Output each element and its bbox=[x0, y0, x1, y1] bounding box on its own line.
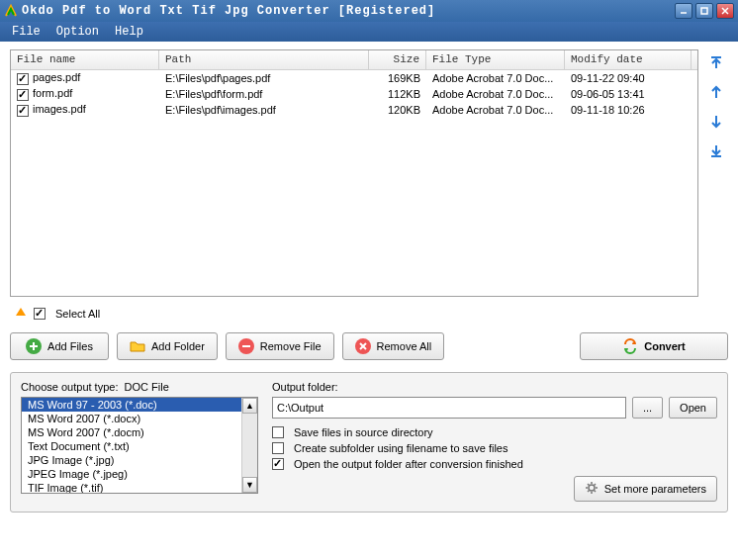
row-checkbox[interactable] bbox=[17, 105, 29, 117]
row-size: 112KB bbox=[369, 88, 426, 100]
select-all-checkbox[interactable] bbox=[34, 308, 46, 320]
minimize-button[interactable] bbox=[675, 3, 692, 19]
open-folder-button[interactable]: Open bbox=[669, 397, 717, 419]
file-list[interactable]: File name Path Size File Type Modify dat… bbox=[10, 49, 698, 297]
output-type-option[interactable]: MS Word 97 - 2003 (*.doc) bbox=[22, 398, 241, 412]
maximize-button[interactable] bbox=[695, 3, 713, 19]
add-folder-button[interactable]: Add Folder bbox=[117, 332, 218, 360]
svg-line-17 bbox=[594, 491, 596, 493]
open-after-checkbox[interactable] bbox=[272, 458, 284, 470]
row-checkbox[interactable] bbox=[17, 73, 29, 85]
file-list-header: File name Path Size File Type Modify dat… bbox=[11, 50, 697, 70]
scroll-track[interactable] bbox=[242, 414, 257, 477]
col-header-date[interactable]: Modify date bbox=[565, 50, 692, 69]
table-row[interactable]: images.pdfE:\Files\pdf\images.pdf120KBAd… bbox=[11, 102, 697, 118]
save-in-source-checkbox[interactable] bbox=[272, 426, 284, 438]
move-up-button[interactable] bbox=[707, 83, 725, 101]
output-type-option[interactable]: MS Word 2007 (*.docm) bbox=[22, 425, 241, 439]
row-type: Adobe Acrobat 7.0 Doc... bbox=[426, 72, 565, 84]
row-date: 09-11-18 10:26 bbox=[565, 104, 692, 116]
menu-option[interactable]: Option bbox=[50, 23, 105, 41]
remove-icon bbox=[238, 338, 254, 354]
create-subfolder-checkbox[interactable] bbox=[272, 442, 284, 454]
output-type-option[interactable]: JPG Image (*.jpg) bbox=[22, 453, 241, 467]
add-files-button[interactable]: Add Files bbox=[10, 332, 109, 360]
row-size: 120KB bbox=[369, 104, 426, 116]
menubar: File Option Help bbox=[0, 22, 738, 42]
col-header-name[interactable]: File name bbox=[11, 50, 159, 69]
table-row[interactable]: pages.pdfE:\Files\pdf\pages.pdf169KBAdob… bbox=[11, 70, 697, 86]
svg-line-18 bbox=[594, 484, 596, 486]
output-type-option[interactable]: TIF Image (*.tif) bbox=[22, 481, 241, 493]
row-path: E:\Files\pdf\form.pdf bbox=[159, 88, 369, 100]
row-filename: form.pdf bbox=[33, 87, 72, 99]
scroll-down-button[interactable]: ▼ bbox=[242, 477, 257, 493]
menu-file[interactable]: File bbox=[6, 23, 46, 41]
move-top-button[interactable] bbox=[707, 53, 725, 71]
output-type-listbox[interactable]: MS Word 97 - 2003 (*.doc)MS Word 2007 (*… bbox=[21, 397, 258, 494]
gear-icon bbox=[585, 481, 599, 497]
create-subfolder-label: Create subfolder using filename to save … bbox=[294, 442, 507, 454]
remove-file-button[interactable]: Remove File bbox=[226, 332, 334, 360]
menu-help[interactable]: Help bbox=[109, 23, 149, 41]
remove-all-icon bbox=[355, 338, 371, 354]
select-all-label: Select All bbox=[55, 308, 100, 320]
listbox-scrollbar[interactable]: ▲ ▼ bbox=[241, 398, 257, 493]
svg-point-11 bbox=[589, 485, 595, 491]
move-down-button[interactable] bbox=[707, 113, 725, 131]
convert-button[interactable]: Convert bbox=[580, 332, 728, 360]
save-in-source-label: Save files in source directory bbox=[294, 426, 433, 438]
remove-all-button[interactable]: Remove All bbox=[342, 332, 445, 360]
output-type-option[interactable]: MS Word 2007 (*.docx) bbox=[22, 412, 241, 425]
output-folder-label: Output folder: bbox=[272, 381, 717, 393]
window-title: Okdo Pdf to Word Txt Tif Jpg Converter [… bbox=[22, 4, 675, 18]
row-filename: pages.pdf bbox=[33, 71, 80, 83]
svg-rect-1 bbox=[701, 8, 707, 14]
app-logo-icon bbox=[4, 4, 18, 18]
row-path: E:\Files\pdf\pages.pdf bbox=[159, 72, 369, 84]
output-type-label: Choose output type: DOC File bbox=[21, 381, 258, 393]
output-folder-input[interactable] bbox=[272, 397, 626, 419]
folder-icon bbox=[130, 338, 145, 354]
col-header-path[interactable]: Path bbox=[159, 50, 369, 69]
output-type-option[interactable]: JPEG Image (*.jpeg) bbox=[22, 467, 241, 481]
row-path: E:\Files\pdf\images.pdf bbox=[159, 104, 369, 116]
close-button[interactable] bbox=[716, 3, 734, 19]
row-size: 169KB bbox=[369, 72, 426, 84]
titlebar: Okdo Pdf to Word Txt Tif Jpg Converter [… bbox=[0, 0, 738, 22]
up-arrow-icon bbox=[14, 306, 28, 323]
col-header-type[interactable]: File Type bbox=[426, 50, 565, 69]
browse-button[interactable]: ... bbox=[632, 397, 663, 419]
move-bottom-button[interactable] bbox=[707, 142, 725, 160]
row-filename: images.pdf bbox=[33, 103, 86, 115]
svg-line-16 bbox=[588, 484, 590, 486]
row-date: 09-06-05 13:41 bbox=[565, 88, 692, 100]
row-type: Adobe Acrobat 7.0 Doc... bbox=[426, 88, 565, 100]
open-after-label: Open the output folder after conversion … bbox=[294, 458, 523, 470]
table-row[interactable]: form.pdfE:\Files\pdf\form.pdf112KBAdobe … bbox=[11, 86, 697, 102]
row-date: 09-11-22 09:40 bbox=[565, 72, 692, 84]
set-more-parameters-button[interactable]: Set more parameters bbox=[574, 476, 717, 502]
add-icon bbox=[26, 338, 42, 354]
row-checkbox[interactable] bbox=[17, 89, 29, 101]
col-header-size[interactable]: Size bbox=[369, 50, 426, 69]
svg-line-19 bbox=[588, 491, 590, 493]
output-type-option[interactable]: Text Document (*.txt) bbox=[22, 439, 241, 453]
scroll-up-button[interactable]: ▲ bbox=[242, 398, 257, 414]
row-type: Adobe Acrobat 7.0 Doc... bbox=[426, 104, 565, 116]
convert-icon bbox=[622, 338, 638, 354]
